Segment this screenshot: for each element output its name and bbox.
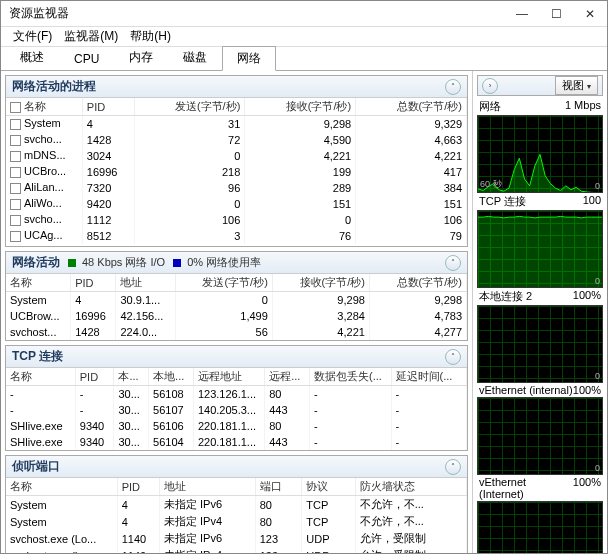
col-pid[interactable]: PID — [71, 274, 116, 292]
table-row[interactable]: AliLan...732096289384 — [6, 180, 467, 196]
legend-util-icon — [173, 259, 181, 267]
chevron-up-icon[interactable]: ˄ — [445, 349, 461, 365]
table-row[interactable]: SHlive.exe934030...56104220.181.1...443-… — [6, 434, 467, 450]
cell: svchost.exe (Lo... — [6, 530, 117, 547]
checkbox-icon[interactable] — [10, 167, 21, 178]
table-row[interactable]: svchost...1428224.0...564,2214,277 — [6, 324, 467, 340]
table-row[interactable]: svchost.exe (Lo...1140未指定 IPv6123UDP允许，受… — [6, 530, 467, 547]
panel-header[interactable]: 侦听端口 ˄ — [6, 456, 467, 478]
col-addr[interactable]: 地址 — [159, 478, 255, 496]
table-row[interactable]: --30...56108123.126.1...80-- — [6, 386, 467, 402]
tab-overview[interactable]: 概述 — [5, 45, 59, 70]
col-total[interactable]: 总数(字节/秒) — [356, 98, 467, 116]
checkbox-icon[interactable] — [10, 119, 21, 130]
col-laddr[interactable]: 本... — [114, 368, 149, 386]
table-row[interactable]: svcho...1428724,5904,663 — [6, 132, 467, 148]
col-pid[interactable]: PID — [82, 98, 134, 116]
cell: 16996 — [71, 308, 116, 324]
cell: 未指定 IPv4 — [159, 547, 255, 553]
table-row[interactable]: SHlive.exe934030...56106220.181.1...80-- — [6, 418, 467, 434]
minimize-button[interactable]: — — [505, 1, 539, 27]
col-pid[interactable]: PID — [117, 478, 159, 496]
chart-yunit: 100% — [573, 384, 601, 396]
panel-header[interactable]: 网络活动 48 Kbps 网络 I/O 0% 网络使用率 ˄ — [6, 252, 467, 274]
chart: 0 — [477, 305, 603, 383]
tab-disk[interactable]: 磁盘 — [168, 45, 222, 70]
col-name[interactable]: 名称 — [6, 98, 82, 116]
menu-file[interactable]: 文件(F) — [9, 28, 56, 45]
table-row[interactable]: UCBrow...1699642.156...1,4993,2844,783 — [6, 308, 467, 324]
cell: 未指定 IPv6 — [159, 530, 255, 547]
cell: 417 — [356, 164, 467, 180]
col-pid[interactable]: PID — [75, 368, 114, 386]
cell: - — [391, 434, 466, 450]
col-raddr[interactable]: 远程地址 — [193, 368, 264, 386]
table-row[interactable]: System430.9.1...09,2989,298 — [6, 292, 467, 308]
table-row[interactable]: svcho...11121060106 — [6, 212, 467, 228]
col-total[interactable]: 总数(字节/秒) — [369, 274, 466, 292]
table-row[interactable]: UCAg...851237679 — [6, 228, 467, 244]
cell: 80 — [265, 386, 310, 402]
cell: 79 — [356, 228, 467, 244]
cell: 8512 — [82, 228, 134, 244]
col-latency[interactable]: 延迟时间(... — [391, 368, 466, 386]
col-rport[interactable]: 远程... — [265, 368, 310, 386]
cell: - — [75, 402, 114, 418]
col-fw[interactable]: 防火墙状态 — [355, 478, 466, 496]
chevron-up-icon[interactable]: ˄ — [445, 459, 461, 475]
col-name[interactable]: 名称 — [6, 478, 117, 496]
chevron-up-icon[interactable]: ˄ — [445, 79, 461, 95]
panel-header[interactable]: TCP 连接 ˄ — [6, 346, 467, 368]
checkbox-icon[interactable] — [10, 199, 21, 210]
table-row[interactable]: svchost.exe (Lo...1140未指定 IPv4123UDP允许，受… — [6, 547, 467, 553]
checkbox-icon[interactable] — [10, 231, 21, 242]
tab-memory[interactable]: 内存 — [114, 45, 168, 70]
table-row[interactable]: System4319,2989,329 — [6, 116, 467, 132]
chart: 0 — [477, 397, 603, 475]
cell: 123 — [255, 530, 302, 547]
cell: 未指定 IPv4 — [159, 513, 255, 530]
chart: 60 秒0 — [477, 115, 603, 193]
panel-header[interactable]: 网络活动的进程 ˄ — [6, 76, 467, 98]
checkbox-icon[interactable] — [10, 151, 21, 162]
cell: 9,298 — [369, 292, 466, 308]
col-loss[interactable]: 数据包丢失(... — [310, 368, 392, 386]
chart-ymin: 0 — [595, 463, 600, 473]
cell: 80 — [255, 496, 302, 514]
checkbox-icon[interactable] — [10, 135, 21, 146]
cell: 3 — [134, 228, 245, 244]
cell: 30... — [114, 434, 149, 450]
view-button[interactable]: 视图 ▾ — [555, 76, 598, 95]
cell: 允许，受限制 — [355, 530, 466, 547]
chevron-right-icon[interactable]: › — [482, 78, 498, 94]
col-addr[interactable]: 地址 — [116, 274, 175, 292]
table-row[interactable]: System4未指定 IPv480TCP不允许，不... — [6, 513, 467, 530]
col-name[interactable]: 名称 — [6, 274, 71, 292]
maximize-button[interactable]: ☐ — [539, 1, 573, 27]
cell: 106 — [356, 212, 467, 228]
col-lport[interactable]: 本地... — [149, 368, 194, 386]
menu-monitor[interactable]: 监视器(M) — [60, 28, 122, 45]
table-row[interactable]: --30...56107140.205.3...443-- — [6, 402, 467, 418]
table-row[interactable]: mDNS...302404,2214,221 — [6, 148, 467, 164]
chevron-up-icon[interactable]: ˄ — [445, 255, 461, 271]
checkbox-icon[interactable] — [10, 102, 21, 113]
titlebar[interactable]: 资源监视器 — ☐ ✕ — [1, 1, 607, 27]
col-port[interactable]: 端口 — [255, 478, 302, 496]
col-send[interactable]: 发送(字节/秒) — [175, 274, 272, 292]
col-recv[interactable]: 接收(字节/秒) — [272, 274, 369, 292]
checkbox-icon[interactable] — [10, 183, 21, 194]
col-name[interactable]: 名称 — [6, 368, 75, 386]
tab-cpu[interactable]: CPU — [59, 48, 114, 70]
cell: 4,663 — [356, 132, 467, 148]
menu-help[interactable]: 帮助(H) — [126, 28, 175, 45]
close-button[interactable]: ✕ — [573, 1, 607, 27]
table-row[interactable]: System4未指定 IPv680TCP不允许，不... — [6, 496, 467, 514]
checkbox-icon[interactable] — [10, 215, 21, 226]
tab-network[interactable]: 网络 — [222, 46, 276, 71]
col-recv[interactable]: 接收(字节/秒) — [245, 98, 356, 116]
col-send[interactable]: 发送(字节/秒) — [134, 98, 245, 116]
col-proto[interactable]: 协议 — [302, 478, 355, 496]
table-row[interactable]: UCBro...16996218199417 — [6, 164, 467, 180]
table-row[interactable]: AliWo...94200151151 — [6, 196, 467, 212]
